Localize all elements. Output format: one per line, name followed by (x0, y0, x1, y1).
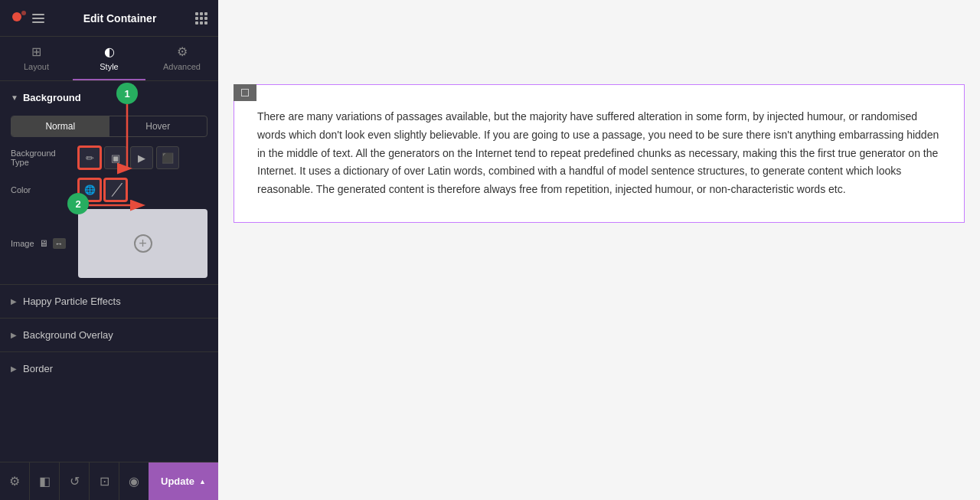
layout-icon: ⊞ (31, 44, 41, 59)
color-row: Color 🌐 ╱ (0, 174, 218, 206)
annotation-circle-1: 1 (116, 83, 138, 104)
happy-particle-chevron: ▶ (11, 297, 17, 306)
border-label: Border (23, 363, 53, 374)
toolbar-template-btn[interactable]: ⊡ (90, 462, 119, 501)
update-button[interactable]: Update ▲ (149, 462, 218, 501)
toolbar-icons: ⚙ ◧ ↺ ⊡ ◉ (0, 462, 149, 501)
style-icon: ◐ (104, 44, 115, 59)
panel-content: ▼ Background Normal Hover Background Typ… (0, 81, 218, 500)
panel-header: Edit Container (0, 0, 218, 37)
background-chevron-down: ▼ (11, 93, 18, 102)
happy-particle-effects-header[interactable]: ▶ Happy Particle Effects (0, 285, 218, 318)
annotation-circle-2: 2 (67, 193, 89, 214)
type-btn-classic[interactable]: ✏ (78, 146, 101, 169)
type-btn-video[interactable]: ▶ (130, 146, 153, 169)
update-chevron-icon: ▲ (199, 478, 206, 485)
tab-advanced[interactable]: ⚙ Advanced (145, 37, 218, 80)
color-btn-none[interactable]: ╱ (104, 178, 127, 201)
image-row: Image 🖥 ↔ + (0, 206, 218, 284)
image-monitor-icon: 🖥 (39, 238, 48, 249)
border-header[interactable]: ▶ Border (0, 352, 218, 385)
left-panel: Edit Container ⊞ Layout ◐ Style ⚙ Advanc… (0, 0, 218, 500)
background-type-row: Background Type ✏ ▣ ▶ ⬛ (0, 142, 218, 174)
image-upload-area[interactable]: + (78, 209, 207, 278)
toolbar-layers-btn[interactable]: ◧ (30, 462, 60, 501)
advanced-icon: ⚙ (177, 44, 188, 59)
panel-title: Edit Container (83, 12, 157, 25)
state-tab-normal[interactable]: Normal (11, 116, 109, 136)
bottom-toolbar: ⚙ ◧ ↺ ⊡ ◉ Update ▲ (0, 462, 218, 500)
logo-icon (11, 11, 26, 26)
tab-layout[interactable]: ⊞ Layout (0, 37, 73, 80)
color-label: Color (11, 185, 72, 194)
background-overlay-chevron: ▶ (11, 331, 17, 339)
header-left (11, 11, 44, 26)
background-overlay-header[interactable]: ▶ Background Overlay (0, 319, 218, 351)
toolbar-eye-btn[interactable]: ◉ (119, 462, 149, 501)
image-expand-icon[interactable]: ↔ (53, 238, 66, 249)
image-plus-icon: + (134, 234, 152, 253)
tab-advanced-label: Advanced (163, 62, 201, 71)
happy-particle-effects-section: ▶ Happy Particle Effects (0, 284, 218, 318)
tab-style[interactable]: ◐ Style (73, 37, 145, 80)
handle-icon (241, 89, 249, 96)
tab-style-label: Style (100, 62, 118, 71)
hamburger-icon[interactable] (32, 12, 44, 25)
type-btn-gradient[interactable]: ▣ (104, 146, 127, 169)
panel-tabs: ⊞ Layout ◐ Style ⚙ Advanced (0, 37, 218, 81)
image-label: Image 🖥 ↔ (11, 238, 72, 249)
background-type-label: Background Type (11, 149, 72, 167)
tab-layout-label: Layout (24, 62, 49, 71)
type-btn-slideshow[interactable]: ⬛ (156, 146, 179, 169)
toolbar-settings-btn[interactable]: ⚙ (0, 462, 30, 501)
update-label: Update (161, 475, 194, 487)
state-tabs: Normal Hover (11, 116, 207, 137)
container-handle[interactable] (234, 84, 256, 101)
background-overlay-label: Background Overlay (23, 329, 113, 341)
background-section-header[interactable]: ▼ Background (0, 81, 218, 111)
toolbar-history-btn[interactable]: ↺ (60, 462, 90, 501)
grid-icon[interactable] (195, 12, 207, 25)
content-container[interactable]: There are many variations of passages av… (234, 84, 965, 223)
background-label: Background (23, 92, 81, 103)
border-section: ▶ Border (0, 351, 218, 385)
border-chevron: ▶ (11, 364, 17, 373)
type-options: ✏ ▣ ▶ ⬛ (78, 146, 179, 169)
background-overlay-section: ▶ Background Overlay (0, 318, 218, 351)
happy-particle-label: Happy Particle Effects (23, 296, 121, 307)
image-label-text: Image (11, 239, 34, 248)
state-tab-hover[interactable]: Hover (109, 116, 207, 136)
canvas-area: There are many variations of passages av… (218, 0, 980, 500)
canvas-content-text: There are many variations of passages av… (257, 108, 941, 199)
right-content: There are many variations of passages av… (218, 0, 980, 500)
